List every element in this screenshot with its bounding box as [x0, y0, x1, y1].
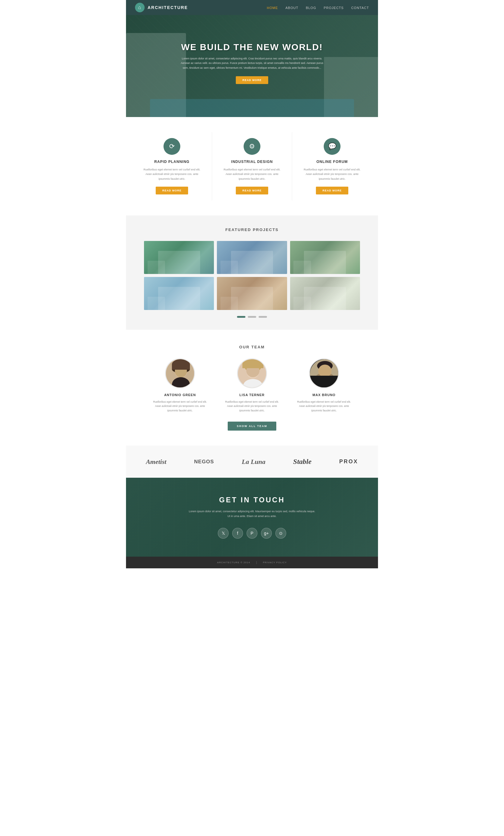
nav-menu: HOME ABOUT BLOG PROJECTS CONTACT [267, 5, 369, 10]
svg-point-14 [316, 373, 333, 378]
pagination [132, 316, 372, 318]
svg-point-12 [317, 361, 333, 370]
svg-point-2 [174, 366, 188, 375]
pagination-dot-3[interactable] [258, 316, 267, 318]
site-name: ARCHITECTURE [148, 5, 188, 10]
brand-ametist: Ametist [146, 458, 166, 466]
hero-section: WE BUILD THE NEW WORLD! Lorem ipsum dolo… [126, 15, 378, 117]
feature-card-3: 💬 ONLINE FORUM Ruelloribus eget elemet t… [292, 132, 372, 201]
feature-title-3: ONLINE FORUM [301, 160, 363, 164]
footer-copyright: ARCHITECTURE © 2014 [217, 561, 250, 564]
site-logo[interactable]: ⌂ ARCHITECTURE [135, 3, 188, 12]
team-text-max: Ruelloribus eget elemet term vel curlief… [294, 400, 354, 413]
team-name-lisa: LISA TERNER [222, 393, 282, 397]
contact-title: GET IN TOUCH [132, 496, 372, 504]
pagination-dot-2[interactable] [248, 316, 256, 318]
feature-text-3: Ruelloribus eget elemet term vel curlief… [301, 168, 363, 181]
feature-text-1: Ruelloribus eget elemet term vel curlief… [141, 168, 203, 181]
projects-grid [144, 241, 360, 310]
brands-section: Ametist NEGOS La Luna Stable PROX [126, 445, 378, 478]
brand-prox: PROX [339, 458, 358, 465]
feature-title-1: RAPID PLANNING [141, 160, 203, 164]
svg-rect-4 [172, 366, 190, 372]
brand-stable: Stable [293, 458, 311, 466]
projects-title: FEATURED PROJECTS [132, 227, 372, 232]
contact-section: GET IN TOUCH Lorem ipsum dolor sit amet,… [126, 478, 378, 556]
footer-divider: | [256, 561, 257, 564]
svg-point-7 [245, 361, 261, 372]
footer: ARCHITECTURE © 2014 | PRIVACY POLICY [126, 557, 378, 568]
hero-title: WE BUILD THE NEW WORLD! [180, 42, 324, 52]
team-title: OUR TEAM [132, 345, 372, 349]
project-thumb-4[interactable] [144, 277, 214, 310]
nav-item-blog[interactable]: BLOG [306, 5, 316, 10]
nav-item-projects[interactable]: PROJECTS [324, 5, 344, 10]
avatar-antonio [165, 358, 195, 388]
pagination-dot-1[interactable] [237, 316, 246, 318]
team-member-lisa: LISA TERNER Ruelloribus eget elemet term… [222, 358, 282, 413]
pinterest-icon[interactable]: P [247, 528, 257, 539]
svg-point-1 [174, 363, 188, 378]
svg-point-11 [318, 364, 331, 378]
nav-item-contact[interactable]: CONTACT [351, 5, 369, 10]
industrial-design-icon: ⚙ [244, 138, 260, 155]
brand-negos: NEGOS [194, 459, 214, 465]
hero-cta-button[interactable]: READ MORE [236, 76, 268, 84]
hero-content: WE BUILD THE NEW WORLD! Lorem ipsum dolo… [174, 42, 330, 84]
team-name-antonio: ANTONIO GREEN [150, 393, 210, 397]
show-all-team-button[interactable]: SHOW ALL TEAM [228, 422, 276, 431]
googleplus-icon[interactable]: g+ [261, 528, 272, 539]
contact-text-line2: Ut in urna ante. Etiam sit amet arcu ant… [227, 515, 277, 518]
feature-cta-3[interactable]: READ MORE [316, 187, 348, 194]
projects-section: FEATURED PROJECTS [126, 215, 378, 330]
hero-description: Lorem ipsum dolor sit amet, consectetur … [180, 56, 324, 70]
svg-point-6 [246, 364, 259, 378]
rapid-planning-icon: ⟳ [163, 138, 180, 155]
project-thumb-3[interactable] [290, 241, 360, 274]
online-forum-icon: 💬 [324, 138, 341, 155]
team-member-antonio: ANTONIO GREEN Ruelloribus eget elemet te… [150, 358, 210, 413]
svg-point-8 [244, 362, 262, 369]
nav-item-home[interactable]: HOME [267, 5, 278, 10]
project-thumb-5[interactable] [217, 277, 287, 310]
project-thumb-1[interactable] [144, 241, 214, 274]
avatar-max [309, 358, 339, 388]
twitter-icon[interactable]: 𝕏 [218, 528, 229, 539]
feature-title-2: INDUSTRIAL DESIGN [221, 160, 283, 164]
project-thumb-6[interactable] [290, 277, 360, 310]
nav-item-about[interactable]: ABOUT [285, 5, 298, 10]
feature-cta-1[interactable]: READ MORE [156, 187, 188, 194]
navbar: ⌂ ARCHITECTURE HOME ABOUT BLOG PROJECTS … [126, 0, 378, 15]
project-thumb-2[interactable] [217, 241, 287, 274]
hero-pool [150, 99, 354, 117]
feature-card-2: ⚙ INDUSTRIAL DESIGN Ruelloribus eget ele… [212, 132, 292, 201]
team-text-lisa: Ruelloribus eget elemet term vel curlief… [222, 400, 282, 413]
brand-laluna: La Luna [242, 458, 266, 466]
social-icons: 𝕏 f P g+ ⊙ [132, 528, 372, 539]
logo-icon: ⌂ [135, 3, 144, 12]
feature-cta-2[interactable]: READ MORE [236, 187, 268, 194]
contact-text: Lorem ipsum dolor sit amet, consectetur … [132, 509, 372, 518]
github-icon[interactable]: ⊙ [275, 528, 286, 539]
svg-point-13 [315, 379, 334, 388]
feature-card-1: ⟳ RAPID PLANNING Ruelloribus eget elemet… [132, 132, 212, 201]
team-grid: ANTONIO GREEN Ruelloribus eget elemet te… [132, 358, 372, 413]
feature-text-2: Ruelloribus eget elemet term vel curlief… [221, 168, 283, 181]
team-name-max: MAX BRUNO [294, 393, 354, 397]
team-member-max: MAX BRUNO Ruelloribus eget elemet term v… [294, 358, 354, 413]
privacy-policy-link[interactable]: PRIVACY POLICY [263, 561, 287, 564]
contact-text-line1: Lorem ipsum dolor sit amet, consectetur … [189, 510, 315, 513]
features-section: ⟳ RAPID PLANNING Ruelloribus eget elemet… [126, 117, 378, 215]
team-text-antonio: Ruelloribus eget elemet term vel curlief… [150, 400, 210, 413]
facebook-icon[interactable]: f [232, 528, 243, 539]
avatar-lisa [237, 358, 267, 388]
team-section: OUR TEAM ANTONIO GREEN Ruelloribus eget … [126, 330, 378, 445]
